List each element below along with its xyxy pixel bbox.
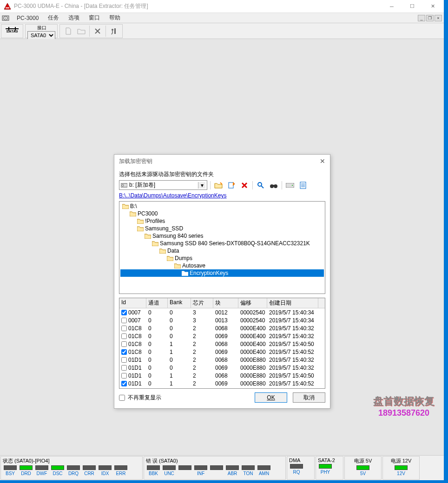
menubar: PC-3000 任务 选项 窗口 帮助 _ ❐ × [0,13,444,23]
row-checkbox[interactable] [121,365,127,371]
grid-body[interactable]: 00070030012000025402019/5/7 15:40:340007… [119,308,325,388]
col-chip[interactable]: 芯片 [191,298,213,308]
binoculars-icon[interactable] [269,181,279,190]
table-row[interactable]: 01D101200680000E8802019/5/7 15:40:50 [119,372,325,379]
ok-button[interactable]: OK [255,392,287,403]
app-icon [4,3,11,10]
svg-rect-14 [286,183,294,188]
menu-tasks[interactable]: 任务 [43,13,64,23]
led-12V: 12V [394,465,408,476]
file-icon[interactable] [62,25,75,37]
mdi-minimize[interactable]: _ [418,15,425,21]
col-id[interactable]: Id [119,298,146,308]
port-select[interactable]: SATA0 [27,31,55,39]
menu-window[interactable]: 窗口 [84,13,105,23]
status-dma-label: DMA [289,457,312,463]
menu-options[interactable]: 选项 [64,13,84,23]
cancel-button[interactable]: 取消 [293,392,325,403]
row-checkbox[interactable] [121,381,127,386]
col-block[interactable]: 块 [213,298,238,308]
row-checkbox[interactable] [121,326,127,331]
row-checkbox[interactable] [121,341,127,347]
drive-select[interactable]: b: [新加卷] ▾ [119,180,207,190]
led-DSC: DSC [50,465,65,476]
row-checkbox[interactable] [121,310,127,315]
led-INF: INF [193,465,208,476]
dialog-close-button[interactable]: ✕ [320,157,325,165]
col-bank[interactable]: Bank [168,298,191,308]
mdi-restore[interactable]: ❐ [426,15,434,21]
led-UNC: UNC [162,465,177,476]
tree-node[interactable]: Samsung 840 series [120,232,324,240]
led-ERR: ERR [113,465,128,476]
tree-node[interactable]: Dumps [120,255,324,262]
tree-node[interactable]: B:\ [120,202,324,210]
open-folder-icon[interactable] [75,25,88,37]
row-checkbox[interactable] [121,333,127,339]
tools-icon[interactable] [91,25,104,37]
col-channel[interactable]: 通道 [146,298,168,308]
tree-node[interactable]: Samsung SSD 840 Series-DXT08B0Q-S14GNEAC… [120,240,324,247]
svg-rect-1 [6,7,9,8]
led-CRR: CRR [82,465,97,476]
dialog-title: 加载加密密钥 [119,157,152,165]
table-row[interactable]: 01C800200690000E4002019/5/7 15:40:32 [119,332,325,340]
path-link[interactable]: B:\..\Data\Dumps\Autosave\EncryptionKeys [119,192,226,199]
no-repeat-input[interactable] [119,395,125,401]
row-checkbox[interactable] [121,318,127,323]
watermark: 盘首数据恢复 18913587620 [373,394,435,418]
table-row[interactable]: 01C801200680000E4002019/5/7 15:40:50 [119,340,325,348]
edit-new-icon[interactable] [226,181,237,190]
status-error-label: 错 误 (SATA0) [146,457,283,464]
search-icon[interactable] [256,181,266,190]
col-offset[interactable]: 偏移 [238,298,267,308]
led-blank [209,465,224,476]
exit-icon[interactable] [107,25,120,37]
row-checkbox[interactable] [121,373,127,379]
minimize-button[interactable]: ─ [382,0,402,13]
close-button[interactable]: ✕ [422,0,443,13]
status-12v-label: 电源 12V [391,457,412,464]
tree-node[interactable]: Autosave [120,262,324,269]
led-5V: 5V [356,465,370,476]
folder-icon [137,226,144,231]
led-BBK: BBK [146,465,161,476]
row-checkbox[interactable] [121,357,127,363]
new-folder-icon[interactable] [213,181,224,190]
sata-chip-indicator: SATA0 [1,24,23,38]
col-date[interactable]: 创建日期 [267,298,318,308]
led-BSY: BSY [3,465,18,476]
table-row[interactable]: 01D100200680000E8802019/5/7 15:40:32 [119,356,325,364]
tree-node[interactable]: Samsung_SSD [120,225,324,232]
table-row[interactable]: 01C800200680000E4002019/5/7 15:40:32 [119,324,325,332]
table-row[interactable]: 00070030012000025402019/5/7 15:40:34 [119,308,325,316]
hard-disk-icon [121,183,127,188]
led-RQ: RQ [289,464,304,475]
table-row[interactable]: 00070030013000025402019/5/7 15:40:34 [119,316,325,324]
row-checkbox[interactable] [121,349,127,355]
mdi-close[interactable]: × [435,15,442,21]
table-row[interactable]: 01D100200690000E8802019/5/7 15:40:32 [119,364,325,372]
maximize-button[interactable]: ☐ [402,0,422,13]
tree-node[interactable]: EncryptionKeys [120,269,324,277]
folder-tree[interactable]: B:\PC3000!ProfilesSamsung_SSDSamsung 840… [119,201,325,294]
led-DRD: DRD [19,465,33,476]
svg-rect-9 [229,183,233,188]
table-row[interactable]: 01C801200690000E4002019/5/7 15:40:52 [119,348,325,356]
led-blank [178,465,192,476]
no-repeat-checkbox[interactable]: 不再重复显示 [119,394,161,402]
drive-icon[interactable] [285,181,295,190]
menu-app[interactable]: PC-3000 [12,14,43,22]
folder-icon [182,270,188,276]
table-row[interactable]: 01D101200690000E8802019/5/7 15:40:52 [119,379,325,387]
dialog-titlebar: 加载加密密钥 ✕ [114,155,330,168]
tree-node[interactable]: !Profiles [120,217,324,225]
document-list-icon[interactable] [298,181,308,190]
tree-node[interactable]: PC3000 [120,210,324,217]
delete-icon[interactable] [239,181,250,190]
svg-rect-13 [273,185,275,186]
tree-node[interactable]: Data [120,247,324,255]
menu-help[interactable]: 帮助 [105,13,125,23]
port-label: 接口 [36,25,46,31]
led-TON: TON [241,465,256,476]
